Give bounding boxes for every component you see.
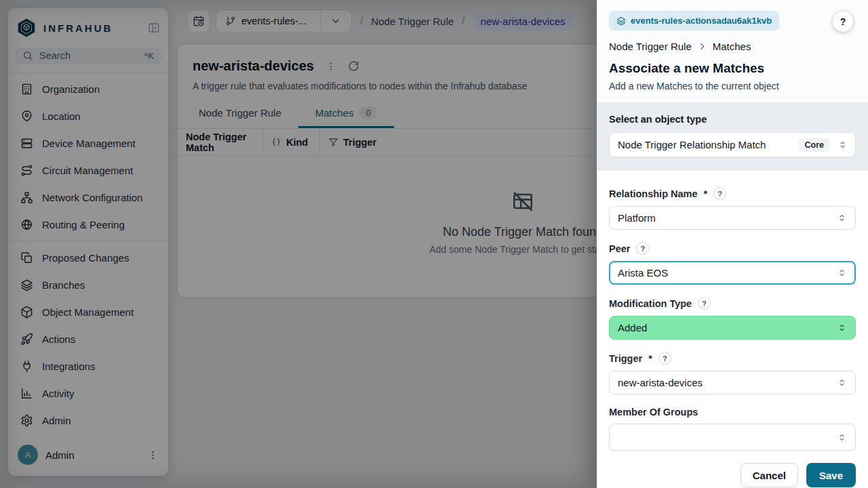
help-icon[interactable]: ? [658,352,671,365]
chevron-right-icon [698,42,707,51]
drawer-breadcrumb: Node Trigger Rule Matches [609,41,856,52]
save-button[interactable]: Save [806,463,856,487]
chevrons-up-down-icon [837,213,847,223]
drawer-header: events-rules-actionsadau6ak1kvb ? Node T… [597,0,868,102]
drawer-breadcrumb-current: Matches [713,41,751,52]
select-value: Added [618,322,647,333]
drawer-actions: Cancel Save [597,463,868,488]
chevrons-up-down-icon [837,378,847,388]
chevrons-up-down-icon [837,432,847,443]
branch-badge-label: events-rules-actionsadau6ak1kvb [631,16,772,26]
drawer-title: Associate a new Matches [609,61,856,76]
layers-icon [616,16,626,26]
field-trigger: Trigger * ? new-arista-devices [609,352,856,394]
object-type-label: Select an object type [609,114,856,125]
help-icon[interactable]: ? [698,297,711,310]
field-label: Peer [609,243,630,254]
field-label: Relationship Name [609,188,698,199]
help-button[interactable]: ? [833,12,853,32]
field-relationship-name: Relationship Name * ? Platform [609,187,856,230]
chevrons-up-down-icon [837,268,847,278]
peer-select[interactable]: Arista EOS [609,261,856,285]
field-label: Modification Type [609,298,692,309]
object-type-section: Select an object type Node Trigger Relat… [597,102,868,171]
drawer-subtitle: Add a new Matches to the current object [609,81,856,92]
required-asterisk: * [704,188,708,199]
chevrons-up-down-icon [837,323,847,333]
help-icon[interactable]: ? [713,187,726,200]
drawer-breadcrumb-parent[interactable]: Node Trigger Rule [609,41,692,52]
trigger-select[interactable]: new-arista-devices [609,371,856,394]
object-type-select[interactable]: Node Trigger Relationship Match Core [609,132,856,157]
associate-matches-drawer: events-rules-actionsadau6ak1kvb ? Node T… [597,0,868,488]
core-badge: Core [799,138,830,152]
member-of-groups-select[interactable] [609,424,856,451]
select-value: Arista EOS [618,267,668,279]
field-modification-type: Modification Type ? Added [609,297,856,340]
field-label: Trigger [609,353,642,364]
required-asterisk: * [648,353,652,364]
help-icon[interactable]: ? [636,242,649,255]
select-value: new-arista-devices [618,377,703,388]
modification-type-select[interactable]: Added [609,316,856,340]
field-label: Member Of Groups [609,407,698,418]
chevrons-up-down-icon [837,140,848,150]
branch-badge: events-rules-actionsadau6ak1kvb [609,11,779,30]
select-value: Platform [618,212,656,224]
cancel-button[interactable]: Cancel [741,463,798,487]
object-type-value: Node Trigger Relationship Match [618,139,766,150]
field-peer: Peer ? Arista EOS [609,242,856,285]
drawer-form: Relationship Name * ? Platform Peer ? Ar… [597,171,868,463]
field-member-of-groups: Member Of Groups [609,407,856,451]
relationship-name-select[interactable]: Platform [609,206,856,230]
